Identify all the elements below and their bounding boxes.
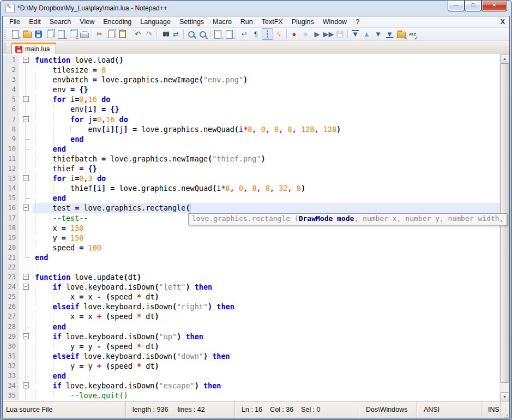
menu-file[interactable]: File (5, 16, 25, 27)
triangle-underline-icon[interactable]: ▼ (384, 28, 395, 40)
menu-help[interactable]: ? (351, 16, 364, 27)
menu-view[interactable]: View (75, 16, 99, 27)
toolbar-grip-handle[interactable] (4, 29, 7, 39)
code-line[interactable]: 4 env = {} (3, 85, 500, 94)
menu-encoding[interactable]: Encoding (99, 16, 136, 27)
zoom-out-icon[interactable]: − (197, 28, 208, 40)
code-line[interactable]: 35 --love.quit() (3, 391, 500, 400)
fold-collapse-icon[interactable] (19, 173, 33, 183)
triangle-overline-icon[interactable]: ▼ (350, 28, 361, 40)
show-indent-guide-icon[interactable]: ┆ (262, 28, 273, 40)
code-line[interactable]: 31 elseif love.keyboard.isDown("down") t… (3, 351, 500, 361)
close-all-icon[interactable]: − (67, 28, 79, 40)
code-line[interactable]: 27 x = x + (speed * dt) (3, 311, 500, 321)
save-file-icon[interactable] (33, 28, 44, 40)
code-line[interactable]: 9 end (3, 134, 500, 144)
scroll-down-arrow-icon[interactable]: ▼ (500, 392, 509, 401)
vertical-scrollbar[interactable]: ▲ ▼ (499, 54, 509, 401)
fold-collapse-icon[interactable] (19, 115, 33, 124)
macro-play-icon[interactable]: ▶ (311, 28, 323, 40)
triangle-down-icon[interactable]: ▼ (372, 28, 384, 40)
macro-run-multiple-icon[interactable]: ▶▶ (323, 28, 334, 40)
redo-icon[interactable]: ↷ (143, 28, 155, 40)
code-line[interactable]: 33 end (3, 371, 500, 381)
fold-collapse-icon[interactable] (19, 282, 33, 292)
code-line[interactable]: 11 thiefbatch = love.graphics.newImage("… (3, 154, 500, 164)
open-file-icon[interactable] (21, 28, 33, 40)
new-file-icon[interactable]: + (10, 28, 21, 40)
code-line[interactable]: 3 envbatch = love.graphics.newImage("env… (3, 75, 500, 85)
code-line[interactable]: 19 y = 150 (3, 233, 500, 243)
copy-icon[interactable] (105, 28, 117, 40)
find-icon[interactable] (159, 28, 170, 40)
code-line[interactable]: 15 end (3, 193, 500, 203)
fold-collapse-icon[interactable] (19, 94, 33, 104)
code-line[interactable]: 13 for i=0,3 do (3, 173, 500, 183)
menu-textfx[interactable]: TextFX (257, 16, 287, 27)
show-all-characters-icon[interactable]: ¶ (250, 28, 262, 40)
triangle-up-icon[interactable]: ▲ (361, 28, 372, 40)
print-icon[interactable] (79, 28, 90, 40)
tabbar-grip-handle[interactable] (4, 43, 7, 53)
code-line[interactable]: 25 x = x - (speed * dt) (3, 292, 500, 302)
menu-macro[interactable]: Macro (208, 16, 236, 27)
scroll-up-arrow-icon[interactable]: ▲ (500, 54, 509, 63)
title-bar[interactable]: *D:\My Dropbox\My_Lua\play\main.lua - No… (1, 1, 511, 16)
close-file-icon[interactable]: − (56, 28, 67, 40)
code-line[interactable]: 28 end (3, 322, 500, 332)
close-button[interactable]: × (481, 1, 507, 11)
code-line[interactable]: 1function love.load() (3, 55, 500, 65)
sync-horizontal-scroll-icon[interactable]: ▪ (224, 28, 235, 40)
resize-grip[interactable] (501, 401, 509, 418)
zoom-in-icon[interactable]: + (185, 28, 197, 40)
fold-collapse-icon[interactable] (19, 381, 33, 391)
code-line[interactable]: 12 thief = {} (3, 164, 500, 173)
tab-main-lua[interactable]: main.lua (11, 43, 56, 55)
menu-plugins[interactable]: Plugins (287, 16, 318, 27)
menu-window[interactable]: Window (318, 16, 351, 27)
code-line[interactable]: 20 speed = 100 (3, 243, 500, 253)
fold-collapse-icon[interactable] (19, 203, 33, 213)
code-line[interactable]: 30 y = y - (speed * dt) (3, 341, 500, 351)
code-line[interactable]: 26 elseif love.keyboard.isDown("right") … (3, 302, 500, 311)
sync-vertical-scroll-icon[interactable]: ▪ (212, 28, 224, 40)
menu-run[interactable]: Run (236, 16, 257, 27)
code-line[interactable]: 16 test = love.graphics.rectangle( (3, 203, 500, 213)
code-line[interactable]: 7 for j=0,16 do (3, 115, 500, 124)
menu-search[interactable]: Search (45, 16, 76, 27)
macro-stop-icon[interactable]: ■ (300, 28, 311, 40)
code-line[interactable]: 10 end (3, 144, 500, 154)
close-document-x[interactable]: X (501, 16, 505, 27)
code-line[interactable]: 23function love.update(dt) (3, 272, 500, 282)
minimize-button[interactable]: — (448, 1, 465, 11)
code-line[interactable]: 14 thief[i] = love.graphics.newQuad(i*8,… (3, 183, 500, 193)
save-all-icon[interactable] (44, 28, 56, 40)
macro-save-icon[interactable] (334, 28, 346, 40)
paste-icon[interactable] (117, 28, 128, 40)
cut-icon[interactable]: ✂ (94, 28, 105, 40)
code-line[interactable]: 29 if love.keyboard.isDown("up") then (3, 332, 500, 341)
code-line[interactable]: 5 for i=0,16 do (3, 94, 500, 104)
menu-edit[interactable]: Edit (25, 16, 45, 27)
fold-collapse-icon[interactable] (19, 332, 33, 341)
editor-area[interactable]: 1function love.load()2 tilesize = 83 env… (3, 54, 509, 401)
fold-collapse-icon[interactable] (19, 272, 33, 282)
macro-record-icon[interactable]: ● (288, 28, 300, 40)
maximize-button[interactable]: □ (465, 1, 481, 11)
undo-icon[interactable]: ↶ (132, 28, 143, 40)
code-line[interactable]: 8 env[i][j] = love.graphics.newQuad(i*8,… (3, 124, 500, 134)
menu-settings[interactable]: Settings (175, 16, 208, 27)
replace-icon[interactable]: ⇄ (170, 28, 182, 40)
function-completion-icon[interactable]: ϟ (273, 28, 285, 40)
fold-collapse-icon[interactable] (19, 55, 33, 65)
open-containing-folder-icon[interactable]: » (395, 28, 407, 40)
code-line[interactable]: 34 if love.keyboard.isDown("escape") the… (3, 381, 500, 391)
menu-language[interactable]: Language (136, 16, 175, 27)
code-line[interactable]: 24 if love.keyboard.isDown("left") then (3, 282, 500, 292)
code-line[interactable]: 21end (3, 253, 500, 262)
spell-check-icon[interactable]: ABC✓ (407, 28, 418, 40)
code-line[interactable]: 32 y = y + (speed * dt) (3, 361, 500, 371)
code-line[interactable]: 22 (3, 262, 500, 272)
code-line[interactable]: 2 tilesize = 8 (3, 65, 500, 75)
code-line[interactable]: 6 env[i] = {} (3, 104, 500, 114)
